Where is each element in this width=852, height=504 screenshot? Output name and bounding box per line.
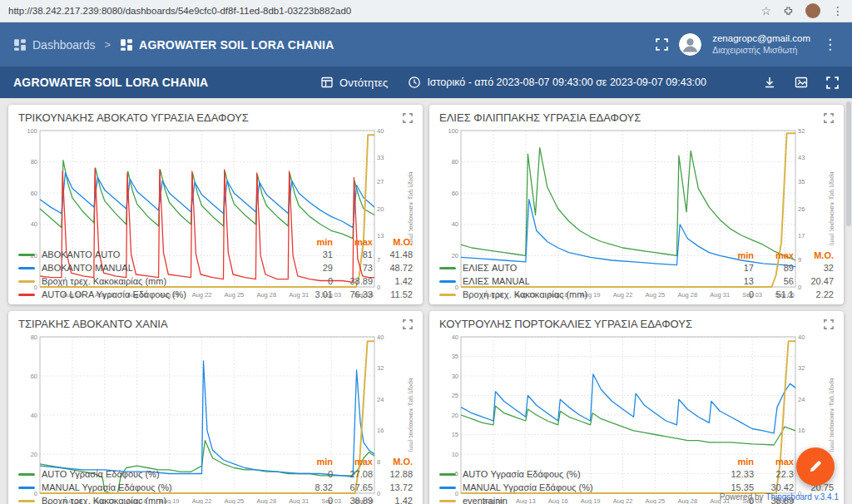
series-avg-value: 2.22 bbox=[794, 289, 834, 299]
series-max-value: 38.89 bbox=[333, 276, 373, 286]
extensions-icon[interactable] bbox=[783, 6, 794, 17]
fullscreen-icon[interactable] bbox=[656, 38, 668, 51]
series-avg-value: 12.88 bbox=[373, 469, 413, 479]
svg-text:40: 40 bbox=[452, 334, 458, 341]
breadcrumb-current: AGROWATER SOIL LORA CHANIA bbox=[120, 38, 334, 52]
timewindow-button[interactable]: Ιστορικό - από 2023-08-07 09:43:00 σε 20… bbox=[408, 76, 706, 89]
widget-expand-icon[interactable] bbox=[824, 111, 834, 123]
series-color-swatch bbox=[439, 473, 456, 476]
svg-text:80: 80 bbox=[31, 334, 37, 341]
legend-row[interactable]: Βροχή τρεχ. Κακοκαιρίας (mm)038.891.42 bbox=[18, 274, 413, 288]
series-min-value: 3.01 bbox=[293, 289, 333, 299]
powered-by: Powered by Thingsboard v.3.4.1 bbox=[720, 492, 839, 502]
legend-column-header: min bbox=[293, 457, 333, 467]
entities-icon bbox=[320, 76, 334, 89]
entities-button[interactable]: Οντότητες bbox=[320, 76, 388, 89]
download-icon[interactable] bbox=[763, 76, 776, 89]
series-color-swatch bbox=[18, 500, 35, 502]
legend-column-header: max bbox=[333, 457, 373, 467]
widget-grid: ΤΡΙΚΟΥΝΑΚΗΣ ΑΒΟΚΑΤΟ ΥΓΡΑΣΙΑ ΕΔΑΦΟΥΣ02040… bbox=[0, 98, 852, 504]
widget-header: ΤΣΙΡΑΚΗΣ ΑΒΟΚΑΝΤΟ ΧΑΝΙΑ bbox=[18, 318, 413, 330]
series-avg-value: 11.52 bbox=[373, 289, 413, 299]
series-color-swatch bbox=[18, 487, 35, 489]
user-menu-icon[interactable]: ⋮ bbox=[821, 36, 839, 53]
legend-row[interactable]: MANUAL Υγρασία Εδάφους (%)8.3267.6513.72 bbox=[18, 481, 413, 494]
svg-text:30: 30 bbox=[452, 373, 458, 380]
series-label: ΑΒΟΚΑΝΤΟ MANUAL bbox=[42, 263, 293, 273]
user-avatar[interactable] bbox=[679, 33, 701, 56]
svg-text:27: 27 bbox=[377, 178, 384, 185]
legend-row[interactable]: AUTO LORA Υγρασία Εδάφους (%)3.0176.3311… bbox=[18, 288, 413, 301]
series-label: ΑΒΟΚΑΝΤΟ AUTO bbox=[42, 250, 293, 259]
widget-card-4: ΚΟΥΤΡΟΥΛΗΣ ΠΟΡΤΟΚΑΛΙΕΣ ΥΓΡΑΣΙΑ ΕΔΑΦΟΥΣ05… bbox=[429, 311, 844, 504]
series-avg-value: 20.47 bbox=[794, 276, 834, 286]
svg-text:100: 100 bbox=[27, 127, 37, 135]
user-info[interactable]: zenagropc@gmail.com Διαχειριστής Μισθωτή bbox=[712, 32, 810, 57]
legend-row[interactable]: ΕΛΙΕΣ AUTO178932 bbox=[439, 261, 834, 274]
svg-text:Βροχή τρεχ. Κακοκαιρίας (mm): Βροχή τρεχ. Κακοκαιρίας (mm) bbox=[829, 378, 834, 452]
thingsboard-version-link[interactable]: Thingsboard v.3.4.1 bbox=[765, 492, 839, 502]
series-label: AUTO LORA Υγρασία Εδάφους (%) bbox=[42, 289, 293, 299]
chart-plot-area[interactable]: 05101520253035400816243240Aug 10Aug 13Au… bbox=[439, 332, 834, 453]
clock-icon bbox=[408, 76, 421, 89]
entities-label: Οντότητες bbox=[339, 77, 388, 89]
series-min-value: 12.33 bbox=[714, 469, 754, 479]
series-max-value: 81 bbox=[333, 250, 373, 259]
url-bar[interactable]: http://38.242.217.239:8080/dashboards/54… bbox=[8, 6, 749, 16]
browser-menu-icon[interactable]: ⋮ bbox=[832, 4, 844, 17]
series-min-value: 15.35 bbox=[714, 482, 754, 492]
browser-chrome: http://38.242.217.239:8080/dashboards/54… bbox=[0, 0, 852, 22]
fullscreen-toolbar-icon[interactable] bbox=[826, 77, 839, 89]
chart-plot-area[interactable]: 0204060800816243240Aug 10Aug 13Aug 16Aug… bbox=[18, 332, 413, 453]
series-label: Βροχή τρεχ. Κακοκαιρίας (mm) bbox=[463, 289, 714, 299]
series-color-swatch bbox=[439, 500, 456, 502]
legend-row[interactable]: ΑΒΟΚΑΝΤΟ MANUAL297348.72 bbox=[18, 261, 413, 274]
browser-profile-avatar[interactable] bbox=[805, 3, 820, 18]
series-label: Βροχή τρεχ. Κακοκαιρίας (mm) bbox=[42, 496, 293, 504]
series-min-value: 13 bbox=[714, 276, 754, 286]
screenshot-icon[interactable] bbox=[795, 76, 808, 89]
legend-row[interactable]: ΕΛΙΕΣ MANUAL135620.47 bbox=[439, 274, 834, 288]
legend-row[interactable]: Βροχή τρεχ. Κακοκαιρίας (mm)051.12.22 bbox=[439, 288, 834, 301]
series-min-value: 17 bbox=[714, 263, 754, 273]
widget-header: ΕΛΙΕΣ ΦΙΛΙΠΠΑΚΗΣ ΥΓΡΑΣΙΑ ΕΔΑΦΟΥΣ bbox=[439, 111, 834, 124]
widget-header: ΚΟΥΤΡΟΥΛΗΣ ΠΟΡΤΟΚΑΛΙΕΣ ΥΓΡΑΣΙΑ ΕΔΑΦΟΥΣ bbox=[439, 318, 834, 330]
chart-plot-area[interactable]: 020406080100091726354352Aug 10Aug 13Aug … bbox=[439, 126, 834, 247]
legend-row[interactable]: AUTO Υγρασία Εδάφους (%)12.3322.3 bbox=[439, 467, 834, 481]
series-max-value: 22.3 bbox=[754, 469, 794, 479]
widget-expand-icon[interactable] bbox=[403, 318, 413, 329]
svg-text:40: 40 bbox=[31, 412, 37, 419]
widget-expand-icon[interactable] bbox=[403, 111, 413, 123]
edit-dashboard-fab[interactable] bbox=[796, 447, 835, 486]
svg-text:40: 40 bbox=[798, 334, 805, 341]
series-max-value: 73 bbox=[333, 263, 373, 273]
svg-text:60: 60 bbox=[31, 190, 37, 197]
svg-text:17: 17 bbox=[798, 232, 805, 240]
series-label: AUTO Υγρασία Εδάφους (%) bbox=[42, 469, 293, 479]
widget-expand-icon[interactable] bbox=[824, 318, 834, 329]
legend-column-header: max bbox=[333, 237, 373, 247]
svg-text:32: 32 bbox=[377, 364, 384, 372]
chart-plot-area[interactable]: 020406080100071320273340Aug 10Aug 13Aug … bbox=[18, 126, 413, 234]
series-avg-value: 1.42 bbox=[373, 496, 413, 504]
svg-text:100: 100 bbox=[448, 127, 458, 135]
legend-row[interactable]: ΑΒΟΚΑΝΤΟ AUTO318141.48 bbox=[18, 248, 413, 261]
dashboard-toolbar: AGROWATER SOIL LORA CHANIA Οντότητες Ιστ… bbox=[0, 67, 852, 98]
series-color-swatch bbox=[439, 280, 456, 283]
breadcrumb-dashboards[interactable]: Dashboards bbox=[13, 38, 96, 52]
series-avg-value: 48.72 bbox=[373, 263, 413, 273]
svg-text:60: 60 bbox=[452, 190, 458, 197]
legend-row[interactable]: Βροχή τρεχ. Κακοκαιρίας (mm)038.891.42 bbox=[18, 494, 413, 504]
series-avg-value: 32 bbox=[794, 263, 834, 273]
navbar-right: zenagropc@gmail.com Διαχειριστής Μισθωτή… bbox=[656, 32, 839, 57]
series-color-swatch bbox=[18, 254, 35, 256]
svg-text:20: 20 bbox=[377, 205, 384, 213]
legend-column-header: max bbox=[754, 457, 794, 467]
scrollbar-thumb[interactable] bbox=[846, 101, 851, 226]
legend-row[interactable]: AUTO Υγρασία Εδάφους (%)027.0812.88 bbox=[18, 467, 413, 481]
bookmark-star-icon[interactable]: ☆ bbox=[760, 5, 771, 17]
user-email: zenagropc@gmail.com bbox=[712, 32, 810, 45]
svg-text:43: 43 bbox=[798, 154, 805, 161]
svg-text:40: 40 bbox=[377, 127, 384, 135]
svg-text:16: 16 bbox=[798, 427, 805, 434]
